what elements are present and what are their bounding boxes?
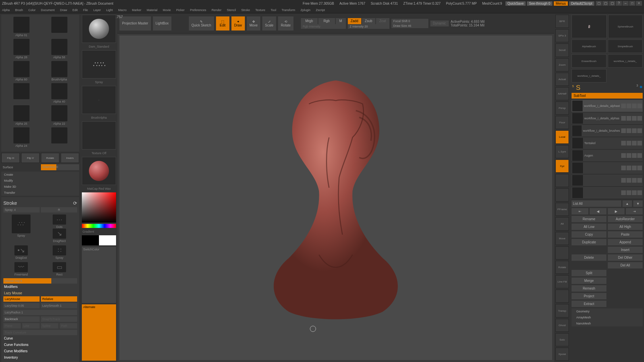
menu-stroke[interactable]: Stroke (241, 8, 250, 12)
spray-slider[interactable]: Spray. 4 (3, 207, 40, 213)
alpha-thumb[interactable] (51, 39, 67, 55)
flipv-btn[interactable]: Flip V (21, 153, 40, 163)
alpha-thumb[interactable] (51, 17, 67, 33)
freehand-stroke[interactable]: 〰 (14, 262, 28, 272)
menu-texture[interactable]: Texture (255, 8, 265, 12)
texture-thumb[interactable] (82, 121, 116, 149)
menus-button[interactable]: Menus (554, 1, 568, 6)
menu-zscript[interactable]: Zscript (316, 8, 325, 12)
rtool-blank[interactable] (555, 188, 569, 201)
menu-color[interactable]: Color (29, 8, 36, 12)
nav-a[interactable]: ⇤ (572, 208, 588, 215)
alpha-thumb[interactable] (13, 83, 30, 99)
menu-light[interactable]: Light (106, 8, 113, 12)
alternate-btn[interactable]: Alternate (82, 304, 116, 361)
lazymouse-toggle[interactable]: LazyMouse (3, 296, 40, 302)
rtool-actual[interactable]: Actual (555, 73, 569, 86)
rtool-spix3[interactable]: SPix 3 (555, 29, 569, 42)
matcap-thumb[interactable] (82, 157, 116, 185)
menu-layer[interactable]: Layer (93, 8, 101, 12)
tool-workflow_i_details_[interactable]: workflow_i_details_ (572, 69, 606, 82)
defaultscript[interactable]: DefaultZScript (569, 1, 594, 6)
delete-btn[interactable]: Delete (572, 254, 606, 261)
dragrect-stroke[interactable]: ↘ (53, 229, 66, 239)
section-transfer[interactable]: Transfer (1, 190, 79, 196)
menu-material[interactable]: Material (147, 8, 157, 12)
alpha-thumb[interactable] (13, 39, 30, 55)
nav-d[interactable]: ⇥ (626, 208, 643, 215)
section-modify[interactable]: Modify (1, 178, 79, 184)
menu-zplugin[interactable]: Zplugin (301, 8, 311, 12)
curvemod-head[interactable]: Curve Modifiers (3, 348, 77, 354)
spray-stroke[interactable]: ∴∵ (12, 215, 31, 233)
snaptrack-toggle[interactable]: SnapToTrack (41, 316, 77, 322)
win-c[interactable]: ▢ (609, 1, 615, 6)
rtool-l.sym[interactable]: L.Sym (555, 145, 569, 158)
split-btn[interactable]: Split (572, 270, 606, 276)
lazyradius-slider[interactable]: LazyRadius 1 (3, 310, 77, 315)
menu-document[interactable]: Document (41, 8, 55, 12)
extract-btn[interactable]: Extract (572, 301, 606, 307)
spline-btn[interactable]: Spline (41, 323, 58, 328)
alpha-thumb[interactable] (51, 127, 67, 143)
edit-btn[interactable]: ⬚Edit (216, 16, 229, 31)
lazystep-slider[interactable]: LazyStep 0.05 (3, 303, 40, 308)
fliph-btn[interactable]: Flip H (1, 153, 20, 163)
lazymouse-head[interactable]: Lazy Mouse (3, 290, 77, 296)
dots-stroke[interactable]: ⋯ (53, 215, 66, 225)
zint-slider[interactable]: Z Intensity 20 (348, 24, 389, 29)
insert-btn[interactable]: Insert (608, 247, 643, 253)
focal-slider[interactable]: Focal Shift 0 (391, 19, 428, 23)
path-btn[interactable]: Path (60, 323, 77, 328)
menu-macro[interactable]: Macro (118, 8, 126, 12)
yellow-s-icon[interactable]: S (576, 84, 580, 92)
m-btn[interactable]: M (336, 18, 346, 24)
rtool-blank[interactable] (555, 246, 569, 259)
alpha-thumb[interactable]: · (82, 86, 116, 114)
menu-movie[interactable]: Movie (163, 8, 171, 12)
rtool-persp[interactable]: Persp (555, 102, 569, 115)
rtool-zoom[interactable]: Zoom (555, 58, 569, 71)
draw-btn[interactable]: ✦Draw (231, 16, 245, 31)
alpha-thumb[interactable] (13, 61, 30, 77)
win-a[interactable]: ▢ (596, 1, 602, 6)
delall-btn[interactable]: Del All (608, 262, 643, 268)
tool-workflow_i_details_[interactable]: workflow_i_details_ (608, 54, 643, 68)
close-icon[interactable]: × (636, 1, 642, 6)
rtool-linefill[interactable]: Line Fill (555, 275, 569, 288)
tool-eraserbrush[interactable]: EraserBrush (572, 54, 606, 68)
rtool-local[interactable]: Local (555, 130, 569, 143)
down-icon[interactable]: ▼ (633, 200, 643, 207)
rtool-transp[interactable]: Transp (555, 304, 569, 317)
rgbint-slider[interactable]: Rgb Intensity (301, 24, 346, 29)
switchcolor-btn[interactable]: SwitchColor (82, 247, 116, 303)
lightbox-btn[interactable]: LightBox (153, 16, 171, 31)
copy-btn[interactable]: Copy (572, 231, 606, 238)
spray2-stroke[interactable]: ∷ (53, 245, 66, 255)
alpha-thumb[interactable] (13, 17, 30, 33)
duplicate-btn[interactable]: Duplicate (572, 239, 606, 245)
win-b[interactable]: ▢ (602, 1, 608, 6)
rotate-btn[interactable]: Rotate (41, 153, 59, 163)
merge-btn[interactable]: Merge (572, 278, 606, 284)
rtool-pframe[interactable]: PFrame (555, 203, 569, 216)
menu-preferences[interactable]: Preferences (190, 8, 206, 12)
alpha-thumb[interactable] (13, 127, 30, 143)
section-create[interactable]: Create (1, 172, 79, 178)
backtrack-toggle[interactable]: Backtrack (3, 316, 40, 322)
minimize-icon[interactable]: – (623, 1, 629, 6)
inventory-head[interactable]: Inventory (3, 354, 77, 361)
allhigh-btn[interactable]: All High (608, 224, 643, 230)
rtool-all[interactable]: All (555, 217, 569, 230)
rtool-bpr[interactable]: BPR (555, 15, 569, 28)
color-picker[interactable] (82, 192, 116, 223)
rtool-ghost[interactable]: Ghost (555, 319, 569, 332)
line-btn[interactable]: Line (22, 323, 40, 328)
rsection-geometry[interactable]: Geometry (572, 308, 643, 314)
up-icon[interactable]: ▲ (623, 200, 632, 207)
viewport[interactable] (119, 36, 552, 360)
menu-stencil[interactable]: Stencil (227, 8, 236, 12)
dragdot-stroke[interactable]: •↘ (14, 245, 28, 255)
brush-thumb[interactable] (82, 15, 116, 43)
quicksave-button[interactable]: QuickSave (505, 1, 526, 6)
